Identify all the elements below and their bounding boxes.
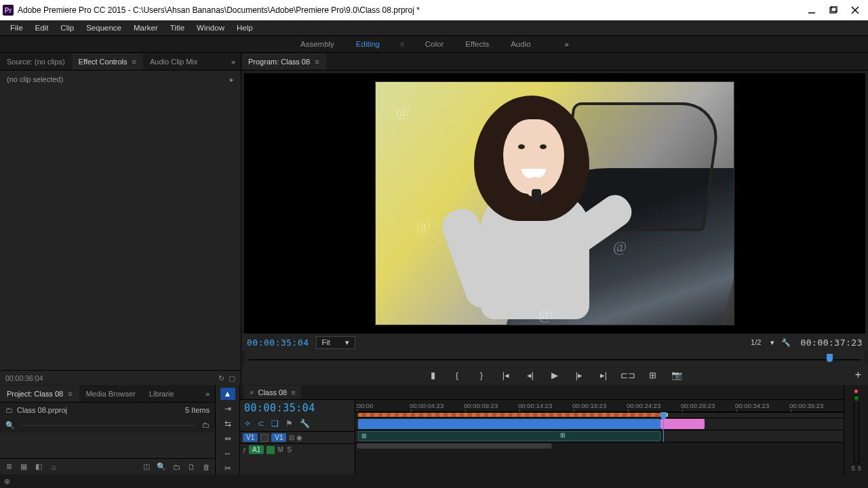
search-icon[interactable]: 🔍 (5, 421, 15, 430)
timeline-timecode[interactable]: 00:00:35:04 (244, 402, 315, 414)
tab-librarie[interactable]: Librarie (142, 386, 181, 402)
find-icon[interactable]: 🔍 (157, 462, 166, 472)
close-tab-icon[interactable]: × (250, 388, 254, 396)
timeline-scrollbar[interactable] (355, 442, 844, 449)
close-button[interactable] (850, 5, 860, 15)
step-back-icon[interactable]: ◂| (525, 369, 536, 380)
timeline-playhead[interactable] (663, 412, 664, 442)
panel-menu-icon[interactable]: ≡ (291, 388, 295, 396)
workspace-color[interactable]: Color (424, 37, 445, 51)
ruler-tick: 00:00:19:23 (572, 402, 606, 409)
play-button[interactable]: ▶ (549, 369, 560, 380)
linked-selection-icon[interactable]: ⊂ (258, 419, 264, 428)
go-to-out-icon[interactable]: ▸| (598, 369, 609, 380)
tab-overflow-icon[interactable]: » (231, 58, 241, 66)
video-clip[interactable] (358, 419, 660, 429)
menu-window[interactable]: Window (191, 22, 231, 34)
menu-marker[interactable]: Marker (127, 22, 164, 34)
tab-media-browser[interactable]: Media Browser (79, 386, 142, 402)
track-lane-v2[interactable] (355, 412, 844, 418)
panel-menu-icon[interactable]: ≡ (132, 58, 136, 66)
track-header-v1[interactable]: V1 V1 ⊟ ◉ (240, 431, 355, 443)
audio-clip[interactable]: ⊞ (358, 431, 660, 441)
automate-icon[interactable]: ◫ (142, 462, 151, 472)
icon-view-icon[interactable]: ▦ (19, 462, 28, 472)
program-monitor[interactable]: @ @ @ @ (244, 73, 865, 333)
track-select-tool-icon[interactable]: ⇥ (220, 403, 235, 415)
program-in-timecode[interactable]: 00:00:35:04 (247, 338, 309, 348)
export-frame-icon[interactable]: ▢ (229, 374, 235, 382)
workspace-assembly[interactable]: Assembly (299, 37, 336, 51)
workspace-effects[interactable]: Effects (464, 37, 490, 51)
sort-icon[interactable]: ⌂ (49, 462, 58, 472)
menu-clip[interactable]: Clip (54, 22, 80, 34)
track-header-a1[interactable]: ƒ A1 M S (240, 443, 355, 455)
list-view-icon[interactable]: ≣ (4, 462, 14, 472)
workspace-overflow-icon[interactable]: » (551, 40, 569, 48)
video-clip[interactable] (660, 419, 705, 429)
tab-effect-controls[interactable]: Effect Controls ≡ (72, 54, 143, 70)
new-bin-icon[interactable]: 🗀 (172, 462, 181, 472)
export-frame-icon[interactable]: 📷 (671, 369, 682, 380)
timeline-ruler[interactable]: :00:0000:00:04:2300:00:09:2300:00:14:230… (355, 400, 844, 412)
program-scrub-bar[interactable] (245, 351, 864, 365)
folder-icon[interactable]: 🗀 (202, 421, 210, 429)
maximize-button[interactable] (829, 5, 838, 15)
extract-icon[interactable]: ⊞ (647, 369, 658, 380)
settings-icon[interactable]: 🔧 (781, 338, 791, 347)
video-frame: @ @ @ @ (375, 81, 734, 325)
tab-overflow-icon[interactable]: » (205, 390, 215, 398)
razor-tool-icon[interactable]: ✂ (220, 462, 235, 474)
menu-sequence[interactable]: Sequence (80, 22, 127, 34)
project-item-count: 5 Items (185, 406, 210, 414)
step-forward-icon[interactable]: |▸ (574, 369, 585, 380)
rolling-edit-tool-icon[interactable]: ⇔ (220, 432, 235, 445)
snap-icon[interactable]: ✧ (244, 419, 251, 428)
menu-edit[interactable]: Edit (29, 22, 55, 34)
workspace-menu-icon[interactable]: ≡ (400, 40, 405, 48)
program-tab[interactable]: Program: Class 08 ≡ (241, 54, 326, 70)
add-button-icon[interactable]: + (855, 369, 861, 381)
resolution-dropdown[interactable]: 1/2▾ (751, 338, 774, 347)
tab-project-class-08[interactable]: Project: Class 08 ≡ (0, 386, 79, 402)
track-toggle-icon[interactable] (260, 434, 269, 442)
minimize-button[interactable] (807, 5, 816, 15)
track-toggle-icon[interactable] (267, 446, 275, 454)
wrench-icon[interactable]: 🔧 (300, 419, 310, 428)
zoom-fit-dropdown[interactable]: Fit▾ (316, 336, 355, 349)
add-marker-icon[interactable]: ❏ (271, 419, 279, 428)
clear-icon[interactable]: 🗑 (201, 462, 211, 472)
freeform-view-icon[interactable]: ◧ (34, 462, 43, 472)
workspace-audio[interactable]: Audio (509, 37, 532, 51)
menu-title[interactable]: Title (164, 22, 191, 34)
playhead-icon[interactable] (827, 354, 833, 362)
project-items-area[interactable] (0, 432, 215, 458)
ruler-tick: 00:00:14:23 (518, 402, 552, 409)
menu-file[interactable]: File (4, 22, 29, 34)
timeline-settings-icon[interactable]: ⚑ (285, 419, 293, 428)
mark-in-button[interactable]: { (452, 369, 462, 380)
tab-source-no-clips-[interactable]: Source: (no clips) (0, 54, 72, 70)
ripple-edit-tool-icon[interactable]: ⇆ (220, 418, 235, 430)
bin-icon: 🗀 (5, 406, 13, 414)
lift-icon[interactable]: ⊏⊐ (623, 369, 633, 380)
rate-stretch-tool-icon[interactable]: ↔ (220, 447, 235, 460)
track-lane-a1[interactable]: ⊞ ⊞ (355, 430, 844, 442)
loop-icon[interactable]: ↻ (218, 374, 224, 382)
mark-in-icon[interactable]: ▮ (427, 369, 438, 380)
menu-help[interactable]: Help (231, 22, 259, 34)
track-lane-v1[interactable] (355, 418, 844, 430)
go-to-in-icon[interactable]: |◂ (500, 369, 511, 380)
workspace-editing[interactable]: Editing (355, 37, 381, 51)
panel-menu-icon[interactable]: ≡ (68, 390, 72, 398)
tab-audio-clip-mix[interactable]: Audio Clip Mix (143, 54, 204, 70)
ruler-tick: 00:00:24:23 (627, 402, 660, 409)
search-input[interactable] (20, 425, 197, 426)
status-icon[interactable]: ⊕ (4, 477, 10, 486)
timeline-tab[interactable]: × Class 08 ≡ (244, 386, 301, 399)
selection-tool-icon[interactable]: ▲ (220, 388, 235, 400)
chevron-right-icon[interactable]: ▸ (230, 75, 234, 84)
new-item-icon[interactable]: 🗋 (186, 462, 196, 472)
mark-out-button[interactable]: } (476, 369, 487, 380)
panel-menu-icon[interactable]: ≡ (315, 58, 319, 66)
